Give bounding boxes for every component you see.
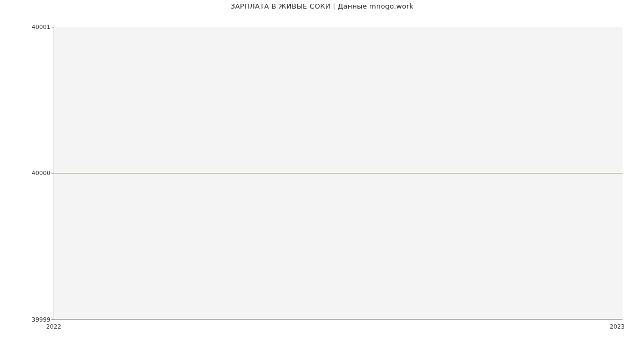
series-line: [54, 173, 623, 173]
plot-area: [54, 27, 623, 319]
x-tick-label: 2023: [610, 323, 625, 330]
y-tick-mark: [52, 319, 54, 320]
y-tick-label: 39999: [2, 316, 50, 323]
chart-container: ЗАРПЛАТА В ЖИВЫЕ СОКИ | Данные mnogo.wor…: [0, 0, 644, 349]
chart-title: ЗАРПЛАТА В ЖИВЫЕ СОКИ | Данные mnogo.wor…: [0, 2, 644, 10]
x-tick-label: 2022: [46, 323, 61, 330]
y-tick-label: 40000: [2, 170, 50, 177]
y-tick-label: 40001: [2, 24, 50, 31]
